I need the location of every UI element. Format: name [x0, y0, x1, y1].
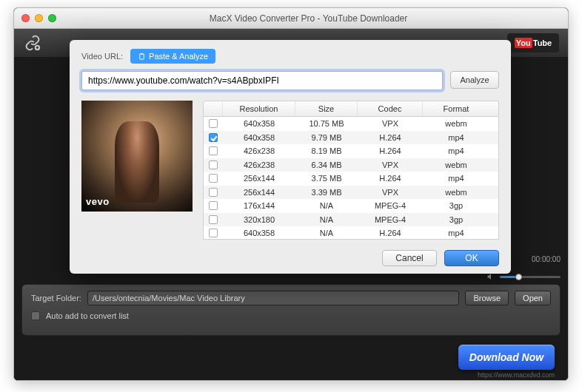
- cell-codec: VPX: [358, 186, 423, 198]
- table-row[interactable]: 256x1443.75 MBH.264mp4: [204, 172, 498, 186]
- table-row[interactable]: 256x1443.39 MBVPXwebm: [204, 186, 498, 200]
- cell-size: 9.79 MB: [295, 132, 358, 143]
- add-link-icon[interactable]: [23, 33, 42, 53]
- format-table: Resolution Size Codec Format 640x35810.7…: [203, 101, 499, 240]
- cell-format: webm: [423, 186, 489, 198]
- table-row[interactable]: 426x2386.34 MBVPXwebm: [204, 158, 498, 172]
- window-title: MacX Video Converter Pro - YouTube Downl…: [56, 13, 561, 24]
- analyze-dialog: Video URL: Paste & Analyze Analyze vevo …: [70, 40, 511, 274]
- cell-size: 8.19 MB: [295, 145, 358, 157]
- row-checkbox[interactable]: [209, 188, 218, 197]
- table-row[interactable]: 176x144N/AMPEG-43gp: [204, 199, 498, 213]
- cell-size: N/A: [295, 227, 358, 239]
- close-window-button[interactable]: [21, 14, 30, 22]
- cancel-button[interactable]: Cancel: [382, 250, 437, 266]
- svg-rect-1: [140, 53, 144, 58]
- row-checkbox[interactable]: [209, 215, 218, 224]
- row-checkbox[interactable]: [209, 201, 218, 210]
- youtube-logo: YouTube: [507, 33, 559, 53]
- download-now-button[interactable]: Download Now: [458, 345, 555, 370]
- cell-size: 10.75 MB: [295, 118, 358, 129]
- header-resolution: Resolution: [223, 101, 295, 116]
- cell-codec: MPEG-4: [358, 214, 423, 226]
- table-row[interactable]: 426x2388.19 MBH.264mp4: [204, 144, 498, 158]
- cell-resolution: 176x144: [223, 200, 295, 212]
- row-checkbox[interactable]: [209, 146, 218, 155]
- row-checkbox[interactable]: [209, 119, 218, 128]
- browse-button[interactable]: Browse: [465, 291, 509, 305]
- cell-codec: H.264: [358, 227, 423, 239]
- cell-codec: VPX: [358, 159, 423, 171]
- cell-format: 3gp: [423, 200, 489, 212]
- cell-resolution: 640x358: [223, 227, 295, 239]
- minimize-window-button[interactable]: [35, 14, 43, 22]
- download-options-panel: Target Folder: Browse Open Auto add to c…: [21, 284, 561, 336]
- analyze-button[interactable]: Analyze: [450, 71, 499, 89]
- open-button[interactable]: Open: [515, 291, 551, 305]
- window-controls: [21, 14, 56, 22]
- row-checkbox[interactable]: [209, 174, 218, 183]
- auto-add-checkbox[interactable]: [31, 311, 40, 320]
- cell-codec: H.264: [358, 172, 423, 184]
- cell-resolution: 426x238: [223, 159, 295, 171]
- row-checkbox[interactable]: [209, 133, 218, 142]
- cell-format: mp4: [423, 227, 489, 239]
- table-row[interactable]: 640x358N/AH.264mp4: [204, 226, 498, 240]
- header-codec: Codec: [358, 101, 423, 116]
- vevo-watermark: vevo: [86, 196, 110, 207]
- header-size: Size: [295, 101, 358, 116]
- video-thumbnail: vevo: [81, 101, 193, 212]
- cell-format: webm: [423, 159, 489, 171]
- cell-format: mp4: [423, 132, 489, 143]
- cell-size: 3.75 MB: [295, 172, 358, 184]
- target-folder-field[interactable]: [87, 291, 460, 305]
- zoom-window-button[interactable]: [48, 14, 56, 22]
- table-row[interactable]: 640x3589.79 MBH.264mp4: [204, 131, 498, 145]
- table-body: 640x35810.75 MBVPXwebm640x3589.79 MBH.26…: [203, 117, 499, 240]
- cell-size: N/A: [295, 200, 358, 212]
- cell-format: mp4: [423, 145, 489, 157]
- cell-resolution: 256x144: [223, 186, 295, 198]
- cell-format: mp4: [423, 172, 489, 184]
- svg-rect-2: [141, 53, 143, 54]
- auto-add-label: Auto add to convert list: [46, 311, 129, 320]
- video-url-label: Video URL:: [81, 52, 123, 61]
- footer-url: https://www.macxdvd.com: [478, 371, 555, 379]
- table-row[interactable]: 640x35810.75 MBVPXwebm: [204, 117, 498, 131]
- title-bar: MacX Video Converter Pro - YouTube Downl…: [14, 8, 568, 29]
- cell-codec: H.264: [358, 132, 423, 143]
- cell-format: 3gp: [423, 214, 489, 226]
- volume-slider[interactable]: [500, 276, 561, 278]
- table-header: Resolution Size Codec Format: [203, 101, 499, 117]
- table-row[interactable]: 320x180N/AMPEG-43gp: [204, 213, 498, 227]
- cell-size: N/A: [295, 214, 358, 226]
- row-checkbox[interactable]: [209, 160, 218, 169]
- cell-codec: VPX: [358, 118, 423, 129]
- cell-resolution: 320x180: [223, 214, 295, 226]
- cell-size: 3.39 MB: [295, 186, 358, 198]
- cell-resolution: 256x144: [223, 172, 295, 184]
- cell-format: webm: [423, 118, 489, 129]
- video-url-input[interactable]: [81, 71, 443, 90]
- clipboard-icon: [138, 53, 146, 61]
- cell-resolution: 426x238: [223, 145, 295, 157]
- target-folder-label: Target Folder:: [31, 294, 81, 303]
- row-checkbox[interactable]: [209, 229, 218, 237]
- cell-codec: H.264: [358, 145, 423, 157]
- ok-button[interactable]: OK: [444, 250, 499, 266]
- paste-analyze-button[interactable]: Paste & Analyze: [130, 49, 215, 64]
- cell-codec: MPEG-4: [358, 200, 423, 212]
- cell-resolution: 640x358: [223, 132, 295, 143]
- cell-size: 6.34 MB: [295, 159, 358, 171]
- cell-resolution: 640x358: [223, 118, 295, 129]
- header-format: Format: [423, 101, 489, 116]
